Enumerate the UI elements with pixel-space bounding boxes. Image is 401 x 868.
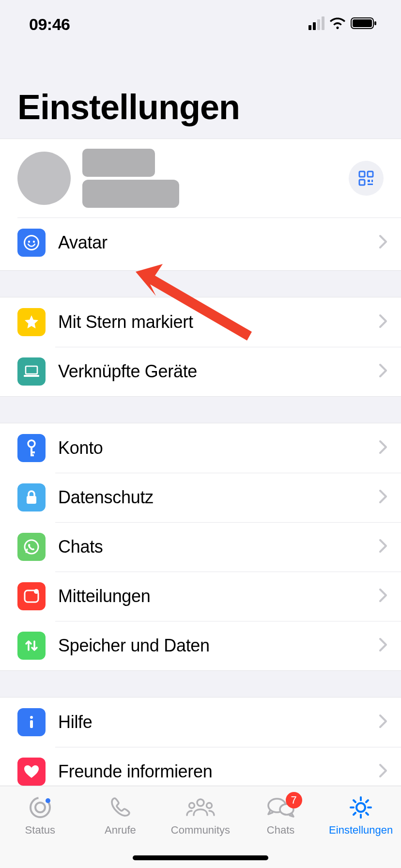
svg-rect-1 [353, 19, 372, 27]
profile-name [82, 149, 349, 208]
notifications-row[interactable]: Mitteilungen [0, 572, 401, 621]
chevron-right-icon [379, 714, 387, 730]
svg-rect-5 [359, 180, 365, 185]
status-bar: 09:46 [0, 0, 401, 48]
avatar-face-icon [17, 229, 46, 257]
laptop-icon [17, 357, 46, 386]
tab-status[interactable]: Status [0, 794, 80, 868]
people-icon [185, 794, 216, 821]
svg-line-39 [354, 800, 355, 802]
linked-devices-row[interactable]: Verknüpfte Geräte [0, 347, 401, 396]
lock-icon [17, 483, 46, 512]
svg-rect-7 [371, 180, 373, 182]
avatar-label: Avatar [58, 232, 379, 253]
profile-row[interactable] [0, 139, 401, 217]
svg-rect-18 [31, 454, 34, 456]
chevron-right-icon [379, 763, 387, 780]
help-section: Hilfe Freunde informieren [0, 697, 401, 797]
tab-calls-label: Anrufe [105, 824, 136, 837]
wifi-icon [329, 17, 346, 31]
chevron-right-icon [379, 440, 387, 456]
svg-point-28 [46, 798, 50, 803]
whatsapp-icon [17, 533, 46, 561]
arrows-up-down-icon [17, 632, 46, 660]
page-header: Einstellungen [0, 48, 401, 139]
storage-row[interactable]: Speicher und Daten [0, 621, 401, 670]
chevron-right-icon [379, 588, 387, 604]
starred-label: Mit Stern markiert [58, 312, 379, 332]
chevron-right-icon [379, 314, 387, 330]
svg-point-11 [28, 241, 30, 243]
notifications-label: Mitteilungen [58, 586, 379, 606]
qr-code-icon [358, 170, 374, 186]
account-section: Konto Datenschutz Chats Mitteilungen [0, 423, 401, 671]
tab-settings[interactable]: Einstellungen [321, 794, 401, 868]
svg-point-15 [28, 440, 35, 447]
tab-settings-label: Einstellungen [329, 824, 393, 837]
chats-row[interactable]: Chats [0, 522, 401, 572]
starred-row[interactable]: Mit Stern markiert [0, 297, 401, 347]
tab-chats-label: Chats [267, 824, 294, 837]
svg-point-34 [356, 803, 365, 812]
svg-point-27 [35, 803, 45, 812]
tell-friends-label: Freunde informieren [58, 761, 379, 782]
privacy-row[interactable]: Datenschutz [0, 473, 401, 522]
svg-rect-19 [27, 496, 36, 504]
svg-point-10 [25, 236, 38, 249]
battery-icon [351, 17, 378, 31]
svg-point-29 [197, 799, 204, 806]
phone-icon [108, 794, 132, 821]
svg-point-30 [189, 803, 194, 808]
qr-code-button[interactable] [349, 161, 384, 196]
svg-rect-24 [30, 720, 33, 728]
svg-point-31 [206, 803, 212, 808]
storage-label: Speicher und Daten [58, 636, 379, 656]
gear-icon [349, 794, 373, 821]
chevron-right-icon [379, 234, 387, 251]
svg-line-41 [366, 800, 368, 802]
key-icon [17, 434, 46, 462]
info-icon [17, 708, 46, 736]
svg-rect-17 [31, 451, 35, 453]
svg-rect-8 [368, 184, 373, 185]
svg-rect-6 [368, 180, 370, 182]
avatar [17, 152, 71, 205]
home-indicator [133, 855, 268, 860]
chats-label: Chats [58, 537, 379, 557]
help-row[interactable]: Hilfe [0, 698, 401, 747]
account-label: Konto [58, 438, 379, 458]
status-indicators [308, 17, 378, 31]
chevron-right-icon [379, 363, 387, 380]
avatar-row[interactable]: Avatar [0, 218, 401, 267]
starred-section: Mit Stern markiert Verknüpfte Geräte [0, 297, 401, 397]
svg-point-12 [33, 241, 35, 243]
tab-status-label: Status [25, 824, 55, 837]
chevron-right-icon [379, 637, 387, 654]
account-row[interactable]: Konto [0, 423, 401, 473]
svg-line-42 [354, 813, 355, 815]
svg-line-40 [366, 813, 368, 815]
svg-rect-3 [359, 171, 365, 177]
notification-badge-icon [17, 582, 46, 610]
chevron-right-icon [379, 539, 387, 555]
svg-point-23 [30, 716, 33, 719]
chats-badge: 7 [286, 792, 302, 808]
linked-devices-label: Verknüpfte Geräte [58, 361, 379, 382]
svg-rect-16 [31, 447, 32, 455]
star-icon [17, 308, 46, 336]
heart-icon [17, 758, 46, 786]
status-icon [28, 794, 53, 821]
chevron-right-icon [379, 489, 387, 506]
cellular-signal-icon [308, 18, 324, 30]
svg-rect-4 [368, 171, 373, 177]
svg-rect-13 [26, 366, 37, 374]
svg-rect-2 [374, 21, 376, 25]
status-time: 09:46 [29, 15, 70, 34]
svg-point-22 [34, 589, 39, 594]
tab-communities-label: Communitys [171, 824, 230, 837]
svg-rect-14 [24, 375, 39, 377]
page-title: Einstellungen [17, 87, 384, 127]
privacy-label: Datenschutz [58, 487, 379, 508]
help-label: Hilfe [58, 712, 379, 732]
profile-section: Avatar [0, 139, 401, 271]
